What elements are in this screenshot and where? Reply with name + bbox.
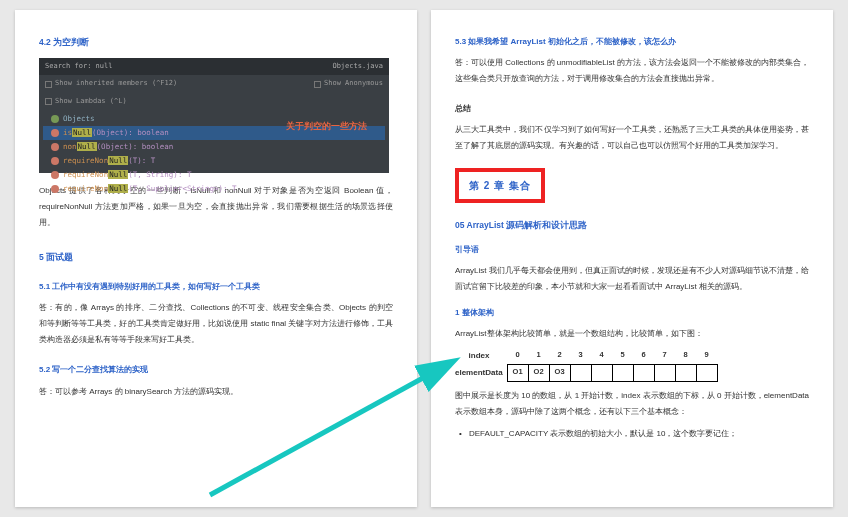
ide-anon: Show Anonymous <box>324 77 383 90</box>
para-intro: ArrayList 我们几乎每天都会使用到，但真正面试的时候，发现还是有不少人对… <box>455 263 809 295</box>
checkbox-icon <box>314 81 321 88</box>
ide-annotation: 关于判空的一些方法 <box>286 118 367 135</box>
heading-intro: 引导语 <box>455 242 809 257</box>
heading-summary: 总结 <box>455 101 809 116</box>
ide-row-req2: requireNonNull(T, String): T <box>43 168 385 182</box>
method-icon <box>51 185 59 193</box>
heading-5-2: 5.2 写一个二分查找算法的实现 <box>39 362 393 377</box>
method-icon <box>51 171 59 179</box>
checkbox-icon <box>45 98 52 105</box>
array-index-row: index 0 1 2 3 4 5 6 7 8 9 <box>455 348 717 364</box>
heading-5-1: 5.1 工作中有没有遇到特别好用的工具类，如何写好一个工具类 <box>39 279 393 294</box>
ide-row-nonnull: nonNull(Object): boolean <box>43 140 385 154</box>
page-left: 4.2 为空判断 Search for: null Objects.java S… <box>15 10 417 507</box>
chapter-2-highlight-box: 第 2 章 集合 <box>455 168 545 203</box>
checkbox-icon <box>45 81 52 88</box>
ide-inherited: Show inherited members (^F12) <box>55 77 177 90</box>
ide-search-label: Search for: null <box>45 60 112 73</box>
para-5-3: 答：可以使用 Collections 的 unmodifiableList 的方… <box>455 55 809 87</box>
page-right: 5.3 如果我希望 ArrayList 初始化之后，不能被修改，该怎么办 答：可… <box>431 10 833 507</box>
para-summary: 从三大工具类中，我们不仅学习到了如何写好一个工具类，还熟悉了三大工具类的具体使用… <box>455 122 809 154</box>
method-icon <box>51 157 59 165</box>
ide-node-objects: Objects <box>63 112 95 126</box>
heading-5-3: 5.3 如果我希望 ArrayList 初始化之后，不能被修改，该怎么办 <box>455 34 809 49</box>
heading-4-2: 4.2 为空判断 <box>39 34 393 50</box>
para-arr-note: 图中展示是长度为 10 的数组，从 1 开始计数，index 表示数组的下标，从… <box>455 388 809 420</box>
index-label: index <box>455 348 507 364</box>
chapter-2-title: 第 2 章 集合 <box>469 180 531 191</box>
ide-row-req3: requireNonNull(T, Supplier<String>): T <box>43 182 385 196</box>
method-icon <box>51 143 59 151</box>
para-arch: ArrayList整体架构比较简单，就是一个数组结构，比较简单，如下图： <box>455 326 809 342</box>
ide-filename: Objects.java <box>332 60 383 73</box>
ide-lambdas: Show Lambdas (^L) <box>55 95 127 108</box>
ide-row-req1: requireNonNull(T): T <box>43 154 385 168</box>
heading-5: 5 面试题 <box>39 249 393 265</box>
method-icon <box>51 129 59 137</box>
class-icon <box>51 115 59 123</box>
heading-arch: 1 整体架构 <box>455 305 809 320</box>
bullet-default-capacity: DEFAULT_CAPACITY 表示数组的初始大小，默认是 10，这个数字要记… <box>455 426 809 442</box>
heading-05-arraylist: 05 ArrayList 源码解析和设计思路 <box>455 217 809 233</box>
ide-screenshot: Search for: null Objects.java Show inher… <box>39 58 389 173</box>
array-diagram: index 0 1 2 3 4 5 6 7 8 9 elementData O1… <box>455 348 809 382</box>
para-5-1: 答：有的，像 Arrays 的排序、二分查找、Collections 的不可变、… <box>39 300 393 348</box>
array-cells-row: elementData O1 O2 O3 <box>455 364 717 381</box>
element-label: elementData <box>455 364 507 381</box>
para-5-2: 答：可以参考 Arrays 的 binarySearch 方法的源码实现。 <box>39 384 393 400</box>
